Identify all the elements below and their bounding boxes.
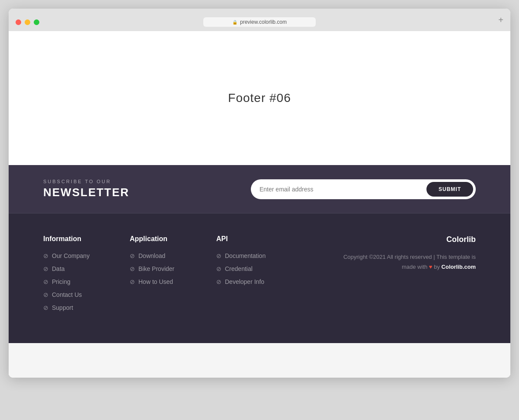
list-item[interactable]: ⊘ Support <box>43 304 130 311</box>
link-how-to-used: How to Used <box>138 278 173 285</box>
browser-body: Footer #06 SUBSCRIBE TO OUR NEWSLETTER S… <box>9 31 510 378</box>
minimize-button[interactable] <box>25 19 30 25</box>
address-bar[interactable]: 🔒 preview.colorlib.com <box>203 17 316 27</box>
footer-col-application: Application ⊘ Download ⊘ Bike Provider ⊘… <box>130 235 216 317</box>
link-developer-info: Developer Info <box>225 278 264 285</box>
link-support: Support <box>52 304 73 311</box>
list-item[interactable]: ⊘ Contact Us <box>43 291 130 298</box>
check-circle-icon: ⊘ <box>130 252 135 259</box>
list-item[interactable]: ⊘ Our Company <box>43 252 130 259</box>
brand-name: Colorlib <box>446 235 476 244</box>
list-item[interactable]: ⊘ Developer Info <box>216 278 303 285</box>
check-circle-icon: ⊘ <box>130 265 135 272</box>
footer-col-information: Information ⊘ Our Company ⊘ Data ⊘ Prici… <box>43 235 130 317</box>
copyright-link[interactable]: Colorlib.com <box>442 264 476 270</box>
check-circle-icon: ⊘ <box>43 265 48 272</box>
link-bike-provider: Bike Provider <box>138 265 174 272</box>
new-tab-button[interactable]: + <box>498 15 503 25</box>
close-button[interactable] <box>16 19 21 25</box>
newsletter-form: SUBMIT <box>251 179 476 199</box>
link-documentation: Documentation <box>225 252 266 259</box>
link-data: Data <box>52 265 65 272</box>
heart-icon: ♥ <box>429 264 432 270</box>
copyright-text: Copyright ©2021 All rights reserved | Th… <box>343 252 476 272</box>
list-item[interactable]: ⊘ How to Used <box>130 278 216 285</box>
newsletter-section: SUBSCRIBE TO OUR NEWSLETTER SUBMIT <box>9 165 510 213</box>
check-circle-icon: ⊘ <box>43 291 48 298</box>
bottom-bar <box>9 343 510 378</box>
list-item[interactable]: ⊘ Bike Provider <box>130 265 216 272</box>
email-input[interactable] <box>260 186 426 193</box>
main-content: Footer #06 <box>9 31 510 165</box>
link-contact-us: Contact Us <box>52 291 82 298</box>
submit-button[interactable]: SUBMIT <box>426 182 473 197</box>
footer-heading-api: API <box>216 235 303 243</box>
newsletter-title: NEWSLETTER <box>43 186 129 199</box>
list-item[interactable]: ⊘ Credential <box>216 265 303 272</box>
browser-chrome: 🔒 preview.colorlib.com + <box>9 9 510 31</box>
link-our-company: Our Company <box>52 252 90 259</box>
check-circle-icon: ⊘ <box>43 252 48 259</box>
url-text: preview.colorlib.com <box>240 19 287 25</box>
check-circle-icon: ⊘ <box>43 278 48 285</box>
footer-heading-information: Information <box>43 235 130 243</box>
list-item[interactable]: ⊘ Documentation <box>216 252 303 259</box>
link-credential: Credential <box>225 265 253 272</box>
list-item[interactable]: ⊘ Pricing <box>43 278 130 285</box>
link-download: Download <box>138 252 165 259</box>
maximize-button[interactable] <box>34 19 39 25</box>
newsletter-left: SUBSCRIBE TO OUR NEWSLETTER <box>43 179 129 199</box>
browser-window: 🔒 preview.colorlib.com + Footer #06 SUBS… <box>9 9 510 378</box>
check-circle-icon: ⊘ <box>130 278 135 285</box>
page-wrapper: 🔒 preview.colorlib.com + Footer #06 SUBS… <box>0 0 519 420</box>
check-circle-icon: ⊘ <box>216 265 221 272</box>
footer-col-api: API ⊘ Documentation ⊘ Credential ⊘ Devel… <box>216 235 303 317</box>
check-circle-icon: ⊘ <box>216 278 221 285</box>
footer-col-brand: Colorlib Copyright ©2021 All rights rese… <box>303 235 476 317</box>
lock-icon: 🔒 <box>232 20 237 25</box>
check-circle-icon: ⊘ <box>43 304 48 311</box>
check-circle-icon: ⊘ <box>216 252 221 259</box>
page-title: Footer #06 <box>228 91 291 105</box>
list-item[interactable]: ⊘ Download <box>130 252 216 259</box>
footer-heading-application: Application <box>130 235 216 243</box>
subscribe-label: SUBSCRIBE TO OUR <box>43 179 129 184</box>
footer-main: Information ⊘ Our Company ⊘ Data ⊘ Prici… <box>9 213 510 343</box>
copyright-main: Copyright ©2021 All rights reserved | Th… <box>343 254 476 270</box>
list-item[interactable]: ⊘ Data <box>43 265 130 272</box>
link-pricing: Pricing <box>52 278 70 285</box>
